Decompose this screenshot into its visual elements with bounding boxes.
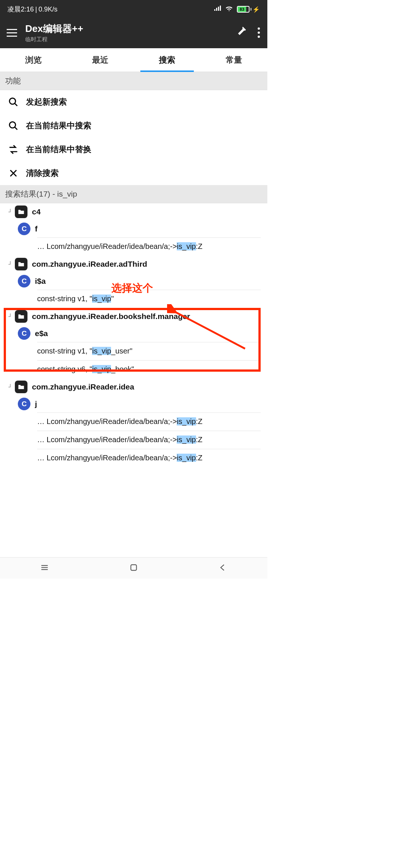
code-line[interactable]: const-string v6, "is_vip_book" xyxy=(0,360,267,378)
folder-icon xyxy=(15,381,27,393)
battery-icon: 83 ⚡ xyxy=(237,6,260,13)
code-line[interactable]: … Lcom/zhangyue/iReader/idea/bean/a;->is… xyxy=(0,449,267,467)
code-line[interactable]: const-string v1, "is_vip" xyxy=(0,290,267,308)
package-name: c4 xyxy=(32,207,40,216)
app-subtitle: 临时工程 xyxy=(25,36,235,43)
app-bar: Dex编辑器++ 临时工程 xyxy=(0,19,267,48)
tab-1[interactable]: 最近 xyxy=(67,48,134,72)
class-name: e$a xyxy=(35,329,48,338)
tab-0[interactable]: 浏览 xyxy=(0,48,67,72)
nav-home-button[interactable] xyxy=(129,563,138,574)
class-icon: C xyxy=(18,327,30,340)
class-row[interactable]: Cj xyxy=(0,395,267,412)
close-icon xyxy=(8,168,19,178)
swap-icon xyxy=(8,144,19,155)
folder-icon xyxy=(15,206,27,218)
package-row[interactable]: ┘com.zhangyue.iReader.adThird xyxy=(0,256,267,273)
action-label: 清除搜索 xyxy=(26,168,59,179)
collapse-icon: ┘ xyxy=(6,261,15,267)
code-line[interactable]: … Lcom/zhangyue/iReader/idea/bean/a;->is… xyxy=(0,412,267,431)
package-name: com.zhangyue.iReader.bookshelf.manager xyxy=(32,312,190,321)
collapse-icon: ┘ xyxy=(6,209,15,215)
package-name: com.zhangyue.iReader.idea xyxy=(32,382,134,391)
class-row[interactable]: Ci$a xyxy=(0,273,267,290)
package-row[interactable]: ┘c4 xyxy=(0,203,267,220)
action-item-0[interactable]: 发起新搜索 xyxy=(0,90,267,114)
nav-recent-button[interactable] xyxy=(40,563,49,574)
action-label: 在当前结果中搜索 xyxy=(26,120,91,131)
status-speed: 0.9K/s xyxy=(39,6,58,13)
code-line[interactable]: … Lcom/zhangyue/iReader/idea/bean/a;->is… xyxy=(0,237,267,256)
svg-point-2 xyxy=(10,122,16,128)
class-icon: C xyxy=(18,223,30,235)
folder-icon xyxy=(15,310,27,323)
svg-rect-7 xyxy=(131,565,136,570)
code-line[interactable]: const-string v1, "is_vip_user" xyxy=(0,342,267,360)
action-item-1[interactable]: 在当前结果中搜索 xyxy=(0,114,267,138)
overflow-menu-button[interactable] xyxy=(258,27,260,38)
results-tree: ┘c4Cf… Lcom/zhangyue/iReader/idea/bean/a… xyxy=(0,203,267,474)
tab-3[interactable]: 常量 xyxy=(200,48,267,72)
class-name: j xyxy=(35,400,37,408)
system-nav-bar xyxy=(0,557,267,579)
class-icon: C xyxy=(18,398,30,410)
action-label: 在当前结果中替换 xyxy=(26,144,91,155)
section-header-actions: 功能 xyxy=(0,72,267,90)
wifi-icon xyxy=(225,5,233,14)
svg-line-1 xyxy=(15,103,17,106)
menu-button[interactable] xyxy=(5,25,20,40)
package-row[interactable]: ┘com.zhangyue.iReader.idea xyxy=(0,378,267,395)
package-row[interactable]: ┘com.zhangyue.iReader.bookshelf.manager xyxy=(0,308,267,325)
status-bar: 凌晨2:16 | 0.9K/s 83 ⚡ xyxy=(0,0,267,19)
search-icon xyxy=(8,121,19,131)
package-name: com.zhangyue.iReader.adThird xyxy=(32,260,147,269)
action-item-2[interactable]: 在当前结果中替换 xyxy=(0,138,267,161)
class-icon: C xyxy=(18,275,30,287)
collapse-icon: ┘ xyxy=(6,384,15,390)
status-time: 凌晨2:16 xyxy=(7,5,34,14)
code-line[interactable]: … Lcom/zhangyue/iReader/idea/bean/a;->is… xyxy=(0,431,267,449)
app-title: Dex编辑器++ xyxy=(25,22,235,35)
actions-list: 发起新搜索在当前结果中搜索在当前结果中替换清除搜索 xyxy=(0,90,267,185)
tab-bar: 浏览最近搜索常量 xyxy=(0,48,267,72)
svg-line-3 xyxy=(15,127,17,130)
search-icon xyxy=(8,97,19,107)
class-name: i$a xyxy=(35,277,46,286)
folder-icon xyxy=(15,258,27,270)
tab-2[interactable]: 搜索 xyxy=(134,48,200,72)
svg-point-0 xyxy=(10,98,16,104)
class-row[interactable]: Cf xyxy=(0,220,267,237)
action-item-3[interactable]: 清除搜索 xyxy=(0,161,267,185)
signal-icon xyxy=(214,6,221,13)
class-name: f xyxy=(35,224,38,233)
build-icon[interactable] xyxy=(235,26,248,40)
collapse-icon: ┘ xyxy=(6,313,15,319)
class-row[interactable]: Ce$a xyxy=(0,325,267,342)
nav-back-button[interactable] xyxy=(218,563,228,574)
section-header-results: 搜索结果(17) - is_vip xyxy=(0,185,267,203)
action-label: 发起新搜索 xyxy=(26,96,67,108)
